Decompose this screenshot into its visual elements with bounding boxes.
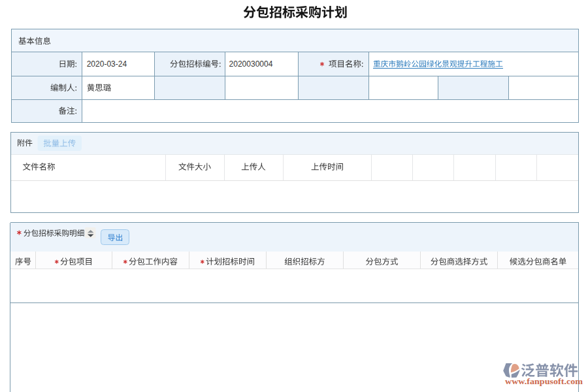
svg-text:2020030004: 2020030004 (229, 59, 273, 69)
svg-text:www.fanpusoft.com: www.fanpusoft.com (505, 377, 583, 386)
svg-text:2020-03-24: 2020-03-24 (87, 59, 127, 69)
